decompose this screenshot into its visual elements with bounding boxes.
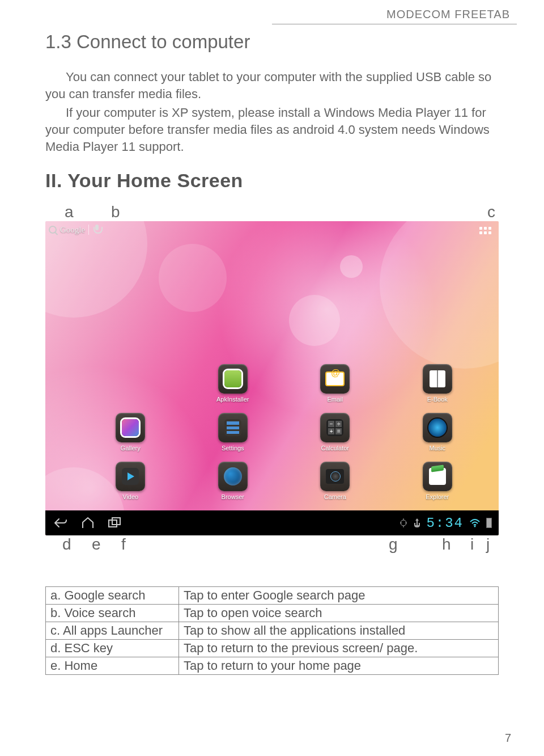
section-1-3-title: 1.3 Connect to computer	[45, 31, 499, 53]
app-camera[interactable]: Camera	[284, 462, 386, 500]
mic-icon[interactable]	[92, 225, 101, 235]
svg-point-3	[474, 526, 476, 527]
callout-g: g	[389, 535, 398, 554]
app-calculator[interactable]: −÷ += Calculator	[284, 413, 386, 451]
battery-icon	[486, 518, 492, 528]
callout-row-top: a b c	[45, 200, 499, 221]
app-label: Music	[429, 445, 445, 451]
callout-a: a	[65, 203, 74, 221]
app-browser[interactable]: Browser	[182, 462, 284, 500]
callout-b: b	[111, 203, 120, 221]
page-number: 7	[505, 732, 511, 745]
app-label: Video	[122, 493, 138, 500]
callout-c: c	[487, 203, 495, 221]
globe-icon	[224, 467, 242, 485]
camera-icon	[326, 469, 344, 484]
app-explorer[interactable]: Explorer	[386, 462, 489, 500]
separator	[88, 225, 89, 235]
usb-icon	[414, 517, 420, 529]
callout-i: i	[470, 535, 474, 554]
app-music[interactable]: Music	[386, 413, 489, 451]
app-label: Gallery	[121, 445, 141, 451]
apps-launcher-icon[interactable]	[479, 227, 492, 235]
app-label: Camera	[324, 493, 346, 500]
app-ebook[interactable]: E-Book	[386, 364, 489, 403]
app-label: E-Book	[427, 396, 448, 403]
app-gallery[interactable]: Gallery	[79, 413, 182, 451]
legend-table: a. Google searchTap to enter Google sear…	[45, 586, 499, 675]
callout-row-bottom: d e f g h i j	[45, 535, 499, 557]
gallery-icon	[122, 419, 139, 436]
app-label: Browser	[222, 493, 244, 500]
search-icon[interactable]	[49, 226, 57, 234]
paragraph-1: You can connect your tablet to your comp…	[45, 69, 499, 102]
play-icon	[122, 468, 139, 485]
app-apkinstaller[interactable]: ApkInstaller	[182, 364, 284, 403]
app-email[interactable]: Email	[284, 364, 386, 403]
callout-j: j	[486, 535, 490, 554]
header-rule	[272, 24, 517, 24]
envelope-icon	[326, 373, 343, 385]
back-icon[interactable]	[52, 514, 69, 531]
debug-icon	[399, 517, 408, 529]
header-brand: MODECOM FREETAB	[386, 8, 510, 21]
callout-e: e	[92, 535, 101, 554]
home-icon[interactable]	[79, 514, 96, 531]
table-row: e. HomeTap to return to your home page	[46, 657, 499, 675]
table-row: d. ESC keyTap to return to the previous …	[46, 640, 499, 657]
box-icon	[429, 468, 446, 485]
calculator-icon: −÷ +=	[326, 419, 343, 436]
nav-bar: 5:34	[45, 510, 499, 535]
sliders-icon	[224, 419, 241, 436]
recent-apps-icon[interactable]	[107, 514, 124, 531]
callout-f: f	[121, 535, 126, 554]
google-search[interactable]: Google	[60, 225, 85, 235]
book-icon	[430, 370, 445, 387]
table-row: b. Voice searchTap to open voice search	[46, 605, 499, 622]
home-screen-screenshot: Google ApkInstaller Email E-Book	[45, 221, 499, 535]
app-icon-grid: ApkInstaller Email E-Book Gallery Settin…	[79, 364, 488, 500]
app-label: ApkInstaller	[216, 396, 249, 403]
paragraph-2: If your computer is XP system, please in…	[45, 104, 499, 155]
callout-d: d	[62, 535, 71, 554]
table-row: c. All apps LauncherTap to show all the …	[46, 622, 499, 640]
app-label: Explorer	[426, 493, 449, 500]
app-label: Settings	[222, 445, 244, 451]
table-row: a. Google searchTap to enter Google sear…	[46, 587, 499, 605]
app-settings[interactable]: Settings	[182, 413, 284, 451]
callout-h: h	[442, 535, 451, 554]
wifi-icon	[469, 518, 481, 527]
app-label: Calculator	[321, 445, 349, 451]
clock: 5:34	[426, 516, 464, 531]
speaker-icon	[428, 419, 447, 437]
app-label: Email	[327, 396, 343, 403]
section-II-title: II. Your Home Screen	[45, 170, 499, 192]
android-icon	[224, 370, 241, 387]
app-video[interactable]: Video	[79, 462, 182, 500]
